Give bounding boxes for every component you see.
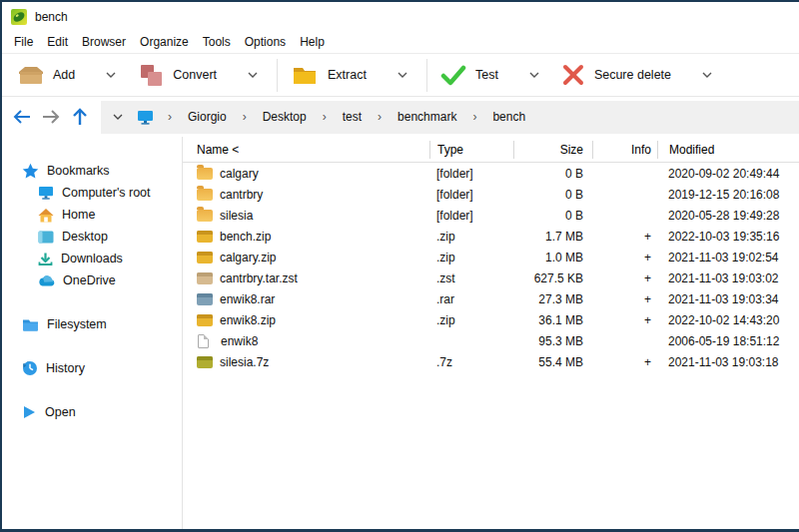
menu-bar: File Edit Browser Organize Tools Options…	[2, 31, 799, 54]
column-header-modified[interactable]: Modified	[657, 141, 799, 159]
test-dropdown-chevron-icon[interactable]	[523, 68, 545, 82]
zip-archive-icon	[197, 231, 213, 243]
sidebar-item-label: Computer's root	[62, 186, 151, 200]
column-header-type[interactable]: Type	[429, 141, 513, 159]
7z-archive-icon	[197, 356, 213, 368]
convert-button[interactable]: Convert	[130, 58, 272, 92]
breadcrumb-item-bench[interactable]: bench	[484, 106, 533, 128]
play-triangle-icon	[22, 405, 37, 419]
file-name: silesia.7z	[220, 355, 269, 369]
sidebar-item-open[interactable]: Open	[2, 401, 182, 423]
file-type: .zip	[429, 226, 513, 247]
file-size: 36.1 MB	[513, 309, 592, 330]
file-type: .rar	[429, 288, 513, 309]
back-button[interactable]	[7, 103, 36, 132]
breadcrumb-bar[interactable]: Giorgio Desktop test benchmark bench	[101, 101, 799, 134]
breadcrumb-item-desktop[interactable]: Desktop	[255, 106, 315, 128]
file-size: 1.7 MB	[513, 226, 592, 247]
table-row[interactable]: calgary.zip .zip 1.0 MB + 2021-11-03 19:…	[183, 247, 799, 267]
sidebar-item-history[interactable]: History	[2, 357, 182, 379]
sidebar-item-filesystem[interactable]: Filesystem	[2, 313, 182, 335]
desktop-icon	[38, 231, 54, 244]
rar-archive-icon	[197, 293, 213, 305]
sidebar-item-label: OneDrive	[63, 273, 116, 287]
table-row[interactable]: enwik8.rar .rar 27.3 MB + 2021-11-03 19:…	[183, 288, 799, 309]
file-modified: 2021-11-03 19:03:34	[657, 288, 799, 309]
menu-organize[interactable]: Organize	[133, 32, 196, 52]
toolbar-separator	[426, 59, 427, 92]
computer-monitor-icon[interactable]	[137, 110, 154, 125]
file-modified: 2019-12-15 20:16:08	[657, 184, 799, 205]
file-name: enwik8.rar	[220, 292, 275, 306]
sidebar-item-home[interactable]: Home	[2, 204, 182, 226]
menu-help[interactable]: Help	[293, 32, 332, 52]
column-header-size[interactable]: Size	[513, 141, 592, 159]
secure-delete-dropdown-chevron-icon[interactable]	[696, 68, 718, 82]
menu-file[interactable]: File	[7, 32, 40, 52]
zip-archive-icon	[197, 252, 213, 264]
file-name: calgary	[220, 167, 259, 181]
toolbar: Add Convert Extract	[2, 54, 799, 97]
table-row[interactable]: bench.zip .zip 1.7 MB + 2022-10-03 19:35…	[183, 226, 799, 247]
add-button[interactable]: Add	[8, 59, 130, 91]
file-type: .zst	[429, 267, 513, 288]
table-row[interactable]: enwik8.zip .zip 36.1 MB + 2022-10-02 14:…	[183, 309, 799, 330]
add-button-label: Add	[53, 68, 75, 82]
extract-button[interactable]: Extract	[283, 59, 421, 91]
sidebar-item-computers-root[interactable]: Computer's root	[2, 182, 182, 204]
table-row[interactable]: cantrbry.tar.zst .zst 627.5 KB + 2021-11…	[183, 267, 799, 288]
test-button-label: Test	[475, 68, 498, 82]
up-button[interactable]	[65, 103, 94, 132]
file-modified: 2021-11-03 19:03:02	[657, 267, 799, 288]
add-archive-icon	[16, 64, 44, 86]
file-info: +	[592, 267, 657, 288]
menu-options[interactable]: Options	[238, 32, 293, 52]
test-button[interactable]: Test	[432, 59, 553, 91]
breadcrumb-item-giorgio[interactable]: Giorgio	[180, 106, 235, 128]
file-size: 627.5 KB	[513, 267, 592, 288]
secure-delete-button[interactable]: Secure delete	[553, 59, 726, 91]
breadcrumb-item-benchmark[interactable]: benchmark	[390, 106, 464, 128]
menu-browser[interactable]: Browser	[75, 32, 133, 52]
file-modified: 2022-10-03 19:35:16	[657, 226, 799, 247]
menu-edit[interactable]: Edit	[40, 32, 75, 52]
breadcrumb-chevron-down-icon[interactable]	[109, 114, 129, 120]
sidebar-item-desktop[interactable]: Desktop	[2, 226, 182, 248]
file-size: 95.3 MB	[513, 330, 592, 351]
window-title: bench	[35, 10, 68, 24]
table-row[interactable]: silesia [folder] 0 B 2020-05-28 19:49:28	[183, 205, 799, 226]
convert-dropdown-chevron-icon[interactable]	[242, 68, 264, 82]
forward-button[interactable]	[36, 103, 65, 132]
table-row[interactable]: calgary [folder] 0 B 2020-09-02 20:49:44	[183, 163, 799, 184]
file-modified: 2006-05-19 18:51:12	[657, 330, 799, 351]
file-info	[592, 184, 657, 205]
file-modified: 2021-11-03 19:03:18	[657, 351, 799, 372]
folder-icon	[197, 189, 213, 201]
sidebar-item-label: Desktop	[62, 230, 108, 244]
extract-dropdown-chevron-icon[interactable]	[392, 68, 413, 82]
table-row[interactable]: enwik8 95.3 MB 2006-05-19 18:51:12	[183, 330, 799, 351]
sidebar-item-label: History	[46, 361, 85, 375]
menu-tools[interactable]: Tools	[196, 32, 238, 52]
sidebar-item-bookmarks[interactable]: Bookmarks	[2, 160, 182, 182]
convert-button-label: Convert	[173, 68, 217, 82]
peazip-logo-icon	[11, 9, 27, 25]
convert-icon	[138, 63, 164, 87]
column-header-info[interactable]: Info	[592, 141, 657, 159]
breadcrumb-separator-icon	[317, 110, 333, 124]
table-row[interactable]: cantrbry [folder] 0 B 2019-12-15 20:16:0…	[183, 184, 799, 205]
file-size: 55.4 MB	[513, 351, 592, 372]
column-header-name[interactable]: Name <	[183, 141, 429, 159]
breadcrumb-item-test[interactable]: test	[335, 106, 370, 128]
sidebar-item-onedrive[interactable]: OneDrive	[2, 269, 182, 291]
file-modified: 2020-05-28 19:49:28	[657, 205, 799, 226]
file-name: bench.zip	[220, 230, 271, 244]
file-info	[592, 205, 657, 226]
add-dropdown-chevron-icon[interactable]	[100, 68, 122, 82]
table-row[interactable]: silesia.7z .7z 55.4 MB + 2021-11-03 19:0…	[183, 351, 799, 372]
sidebar-item-downloads[interactable]: Downloads	[2, 248, 182, 269]
home-icon	[38, 208, 54, 223]
star-icon	[22, 163, 39, 180]
file-type: [folder]	[429, 184, 513, 205]
monitor-icon	[38, 186, 54, 200]
